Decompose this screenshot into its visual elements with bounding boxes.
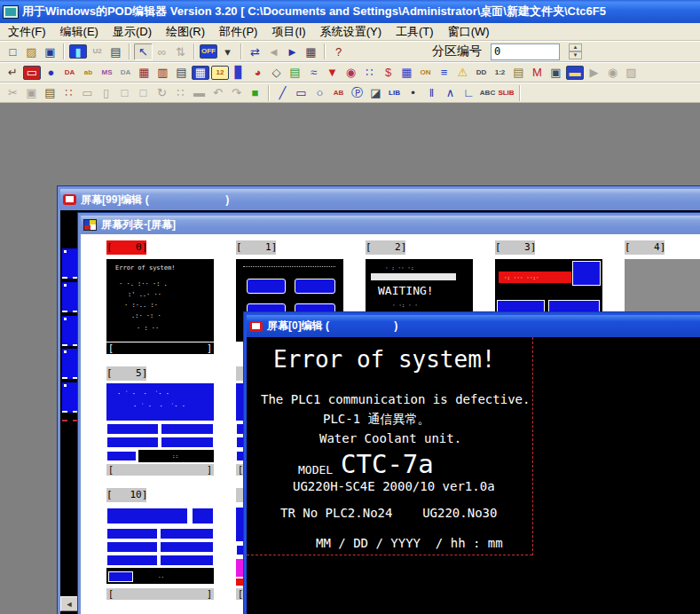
draw-polyline-icon[interactable]: ∧ xyxy=(441,84,460,101)
edit-vertex-icon[interactable]: □ xyxy=(115,84,134,101)
switch-part-icon[interactable]: ▭ xyxy=(23,66,41,80)
grid-snap-icon[interactable]: ■ xyxy=(246,84,264,101)
draw-library-icon[interactable]: LIB xyxy=(385,84,404,101)
undo-icon[interactable]: ↶ xyxy=(208,84,227,101)
matrix-copy-icon[interactable]: ∷ xyxy=(171,84,190,101)
spin-down-button[interactable]: ▼ xyxy=(569,51,582,59)
data-block-icon[interactable]: DA xyxy=(116,64,135,81)
onoff-display-icon[interactable]: ON xyxy=(416,64,435,81)
help-icon[interactable]: ? xyxy=(329,43,348,60)
edit-frame-icon[interactable]: □ xyxy=(134,84,153,101)
off-dropdown-icon[interactable]: ▾ xyxy=(218,43,237,60)
screen-list-titlebar[interactable]: 屏幕列表-[屏幕] xyxy=(81,216,700,234)
calculator-icon[interactable]: ▦ xyxy=(192,66,209,80)
thumbnail-screen-0[interactable]: Error of system! · ·. :·· ·: . :' ..· ··… xyxy=(106,259,214,342)
bar-graph-icon[interactable]: ▊ xyxy=(230,64,248,81)
screen99-part[interactable] xyxy=(62,316,78,346)
open-folder-icon[interactable]: ▨ xyxy=(22,43,41,60)
draw-paint-icon[interactable]: Ⓟ xyxy=(348,84,366,101)
thumb-label-5[interactable]: [ 5] xyxy=(106,366,146,381)
closed-graph-icon[interactable]: ◉ xyxy=(342,64,360,81)
new-file-icon[interactable]: □ xyxy=(4,43,22,60)
swap-screens-icon[interactable]: ⇄ xyxy=(246,43,264,60)
pie-graph-icon[interactable]: ◕ xyxy=(248,64,267,81)
thumb-label-4[interactable]: [ 4] xyxy=(625,240,665,255)
thumb-label-0[interactable]: [ 0] xyxy=(106,240,146,255)
calendar-icon[interactable]: 12 xyxy=(211,66,229,80)
group-icon[interactable]: ▭ xyxy=(78,84,97,101)
screen0-window[interactable]: 屏幕[0]编辑 ( ) Error of system! The PLC1 co… xyxy=(244,312,700,614)
screen99-titlebar[interactable]: 屏幕[99]编辑 ( ) xyxy=(60,189,700,210)
u2-edit-icon[interactable]: U2 xyxy=(88,43,106,60)
screen99-part[interactable] xyxy=(62,382,78,413)
data-display-icon[interactable]: DA xyxy=(60,64,79,81)
window-part-icon[interactable]: ▣ xyxy=(547,64,565,81)
memory-m-icon[interactable]: M xyxy=(528,64,547,81)
screen0-titlebar[interactable]: 屏幕[0]编辑 ( ) xyxy=(247,315,700,337)
draw-line-icon[interactable]: ╱ xyxy=(273,84,292,101)
draw-scale-v-icon[interactable]: ‖ xyxy=(422,84,441,101)
thumb-label-10[interactable]: [ 10] xyxy=(106,488,146,502)
date-display-icon[interactable]: DD xyxy=(472,64,491,81)
meter-icon[interactable]: ◇ xyxy=(267,64,286,81)
draw-text-block-icon[interactable]: ABC xyxy=(478,84,497,101)
draw-scale-h-icon[interactable]: ∟ xyxy=(460,84,478,101)
line-list-icon[interactable]: ≡ xyxy=(435,64,453,81)
menu-item[interactable]: 工具(T) xyxy=(389,23,440,41)
multi-copy-icon[interactable]: ∷ xyxy=(59,84,78,101)
next-screen-icon[interactable]: ► xyxy=(283,43,302,60)
return-part-icon[interactable]: ↵ xyxy=(4,64,22,81)
app-titlebar[interactable]: 用于Windows的POD编辑器 Version 3.20 [ C:\Docum… xyxy=(0,0,700,23)
trend-graph-icon[interactable]: ≈ xyxy=(304,64,323,81)
redo-icon[interactable]: ↷ xyxy=(227,84,246,101)
draw-eraser-icon[interactable]: ◪ xyxy=(366,84,385,101)
menu-item[interactable]: 项目(I) xyxy=(265,23,311,41)
partition-input[interactable] xyxy=(491,43,560,60)
memo-part-icon[interactable]: ▤ xyxy=(172,64,191,81)
cut-icon[interactable]: ✂ xyxy=(4,84,22,101)
draw-circle-icon[interactable]: ○ xyxy=(311,84,329,101)
camera-icon[interactable]: ◉ xyxy=(603,64,622,81)
screen0-canvas[interactable]: Error of system! The PLC1 communication … xyxy=(247,337,700,614)
menu-item[interactable]: 显示(D) xyxy=(106,23,158,41)
rotate-icon[interactable]: ↻ xyxy=(153,84,171,101)
draw-slib-icon[interactable]: SLIB xyxy=(497,84,515,101)
dot-display-icon[interactable]: ∷ xyxy=(360,64,379,81)
screen-matrix-icon[interactable]: ▦ xyxy=(302,43,320,60)
screen-transfer-icon[interactable]: ⇅ xyxy=(171,43,190,60)
menu-item[interactable]: 文件(F) xyxy=(2,23,52,41)
memo-pad-icon[interactable]: ▤ xyxy=(509,64,528,81)
tank-icon[interactable]: ▼ xyxy=(323,64,342,81)
print-icon[interactable]: ▤ xyxy=(106,43,125,60)
data-table-icon[interactable]: ▦ xyxy=(397,64,416,81)
graph-list-icon[interactable]: ▤ xyxy=(286,64,304,81)
keypad-display-icon[interactable]: ▥ xyxy=(153,64,172,81)
lamp-part-icon[interactable]: ● xyxy=(42,64,60,81)
image-part-icon[interactable]: ▨ xyxy=(622,64,641,81)
thumb-label-2[interactable]: [ 2] xyxy=(366,240,405,255)
keypad-icon[interactable]: ▦ xyxy=(135,64,153,81)
thumb-label-1[interactable]: [ 1] xyxy=(236,240,276,255)
ungroup-icon[interactable]: ▯ xyxy=(97,84,115,101)
hscroll-left-button[interactable]: ◄ xyxy=(60,596,78,611)
paste-icon[interactable]: ▤ xyxy=(41,84,59,101)
statistic-graph-icon[interactable]: $ xyxy=(379,64,397,81)
video-icon[interactable]: ▶ xyxy=(585,64,603,81)
alarm-bell-icon[interactable]: ⚠ xyxy=(453,64,472,81)
draw-dot-icon[interactable]: • xyxy=(404,84,422,101)
draw-rect-icon[interactable]: ▭ xyxy=(292,84,311,101)
thumbnail-screen-5[interactable]: · ˙ · · ˙· · · ˙ · · ˙· · :: xyxy=(106,383,214,463)
draw-text-icon[interactable]: AB xyxy=(329,84,348,101)
spin-up-button[interactable]: ▲ xyxy=(569,43,582,51)
bring-front-icon[interactable]: ▬ xyxy=(190,84,208,101)
menu-item[interactable]: 编辑(E) xyxy=(54,23,105,41)
screen-call-icon[interactable]: ▬ xyxy=(566,66,584,80)
select-cursor-icon[interactable]: ↖ xyxy=(134,43,153,60)
screen99-part[interactable] xyxy=(62,349,78,379)
off-state-icon[interactable]: OFF xyxy=(200,44,217,59)
prev-screen-icon[interactable]: ◄ xyxy=(264,43,283,60)
copy-icon[interactable]: ▣ xyxy=(22,84,41,101)
menu-item[interactable]: 绘图(R) xyxy=(160,23,211,41)
message-display-icon[interactable]: MS xyxy=(98,64,116,81)
thumbnail-screen-10[interactable]: .. xyxy=(106,508,214,586)
